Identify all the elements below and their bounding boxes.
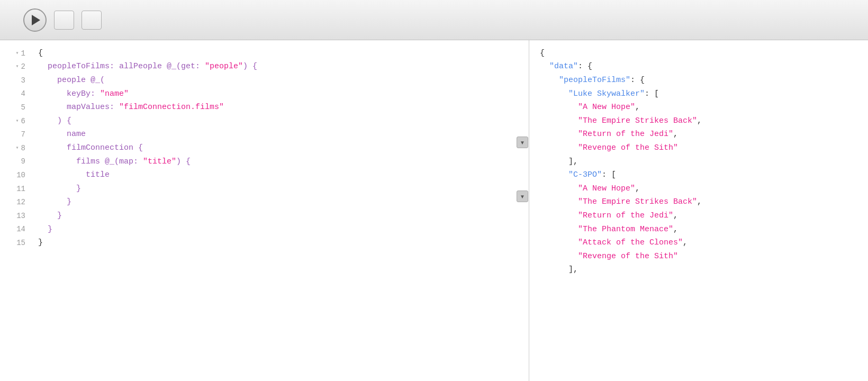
line-number-5: 5 [8,101,25,114]
result-token: , [635,183,640,195]
line-num-label: 10 [16,169,25,181]
code-token: peopleToFilms: allPeople @_(get: [38,60,205,73]
code-line-8: filmConnection { [38,141,520,155]
indent [540,128,578,141]
code-line-11: } [38,182,520,196]
result-token: "The Phantom Menace" [578,223,673,236]
code-line-4: keyBy: "name" [38,87,520,101]
code-content[interactable]: { peopleToFilms: allPeople @_(get: "peop… [30,47,529,381]
line-num-label: 14 [16,223,25,235]
line-num-label: 3 [21,75,25,86]
line-num-label: 1 [21,48,25,59]
result-token: , [697,196,702,208]
code-token: } [38,223,52,236]
code-token: title [38,169,110,182]
line-num-label: 7 [21,129,25,140]
result-line-1: "data": { [540,60,857,74]
result-token: "A New Hope" [578,183,635,195]
code-token: ) { [176,156,191,168]
indent [540,88,568,101]
result-token: "The Empire Strikes Back" [578,115,697,128]
result-token: , [697,115,702,128]
line-num-label: 8 [21,142,25,154]
result-token: "data" [549,60,578,73]
code-token: "name" [100,88,129,101]
result-token: , [673,128,678,141]
editor-pane: ▾1▾2345▾67▾89101112131415 { peopleToFilm… [0,40,529,381]
result-line-4: "A New Hope", [540,101,857,114]
result-token: , [635,101,640,114]
fold-arrow[interactable]: ▾ [16,144,19,152]
result-line-15: "Revenge of the Sith" [540,250,857,264]
result-token: , [673,210,678,222]
result-token: "A New Hope" [578,101,635,114]
result-token: "C-3PO" [568,169,602,182]
code-token: name [38,128,86,141]
result-token: "Luke Skywalker" [568,88,645,101]
history-button[interactable] [82,11,102,30]
line-num-label: 2 [21,61,25,72]
code-line-10: title [38,168,520,182]
line-num-label: 11 [16,183,25,195]
result-line-5: "The Empire Strikes Back", [540,114,857,128]
code-line-12: } [38,196,520,210]
fold-arrow[interactable]: ▾ [16,62,19,71]
line-number-10: 10 [8,168,25,182]
toolbar [0,0,868,40]
result-token: "The Empire Strikes Back" [578,196,697,208]
code-token: "filmConnection.films" [119,101,224,114]
indent [540,74,559,87]
code-token: films @_(map: [38,156,143,168]
code-token: { [38,47,43,60]
code-editor[interactable]: ▾1▾2345▾67▾89101112131415 { peopleToFilm… [0,40,529,381]
code-token: } [38,210,62,222]
code-token: "people" [205,60,243,73]
code-line-14: } [38,223,520,237]
prettify-button[interactable] [54,11,74,30]
result-line-3: "Luke Skywalker": [ [540,87,857,101]
indent [540,250,578,263]
line-number-3: 3 [8,74,25,87]
code-line-5: mapValues: "filmConnection.films" [38,101,520,114]
result-line-10: "A New Hope", [540,182,857,196]
line-number-11: 11 [8,182,25,196]
line-number-6: ▾6 [8,114,25,128]
indent [540,115,578,128]
line-num-label: 15 [16,237,25,249]
result-line-0: { [540,47,857,60]
indent [540,264,568,276]
editor-scroll-controls: ▼ ▼ [517,137,529,202]
code-line-1: { [38,47,520,60]
indent [540,223,578,236]
result-line-16: ], [540,264,857,277]
result-token: "Revenge of the Sith" [578,142,678,155]
results-pane: { "data": { "peopleToFilms": { "Luke Sky… [529,40,868,381]
run-button[interactable] [23,8,47,32]
fold-arrow[interactable]: ▾ [16,49,19,58]
scroll-down-arrow-2[interactable]: ▼ [517,190,528,202]
indent [540,210,578,222]
code-token: } [38,183,81,195]
result-token: { [540,47,545,60]
code-token: "title" [143,156,176,168]
result-line-2: "peopleToFilms": { [540,74,857,87]
result-content[interactable]: { "data": { "peopleToFilms": { "Luke Sky… [529,40,868,381]
indent [540,60,549,73]
result-token: "Return of the Jedi" [578,128,673,141]
scroll-down-arrow-1[interactable]: ▼ [517,137,528,148]
fold-arrow[interactable]: ▾ [16,117,19,125]
code-line-9: films @_(map: "title") { [38,155,520,169]
code-line-13: } [38,209,520,223]
code-line-15: } [38,236,520,250]
line-number-12: 12 [8,196,25,210]
line-number-7: 7 [8,128,25,142]
result-token: , [683,237,688,249]
result-token: : { [630,74,645,87]
result-line-7: "Revenge of the Sith" [540,141,857,155]
line-numbers: ▾1▾2345▾67▾89101112131415 [0,47,30,381]
line-number-14: 14 [8,223,25,237]
line-num-label: 5 [21,102,25,113]
line-number-13: 13 [8,209,25,223]
code-token: people @_( [38,74,105,87]
indent [540,196,578,208]
